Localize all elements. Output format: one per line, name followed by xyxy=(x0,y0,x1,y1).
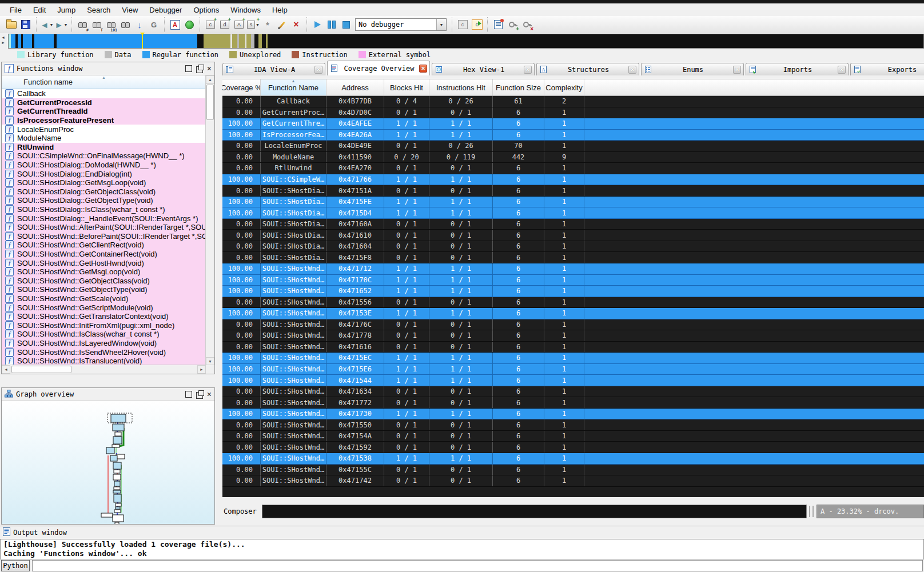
menu-item-debugger[interactable]: Debugger xyxy=(144,5,187,15)
scroll-up-icon[interactable]: ▲ xyxy=(206,75,214,84)
tab-imports[interactable]: Imports✕ xyxy=(746,63,849,75)
coverage-row[interactable]: 0.00SOUI::SHostWnd…0x47154A0 / 10 / 161 xyxy=(222,431,924,442)
tab-close-icon[interactable]: ✕ xyxy=(733,66,741,74)
combo-dropdown-icon[interactable]: ▼ xyxy=(436,19,446,30)
function-list-item[interactable]: fSOUI::SHostWnd::GetObjectClass(void) xyxy=(2,276,206,285)
function-list-item[interactable]: fSOUI::SHostWnd::GetScriptModule(void) xyxy=(2,303,206,312)
coverage-row[interactable]: 0.00SOUI::SHostDia…0x47151A0 / 10 / 161 xyxy=(222,185,924,197)
function-list-item[interactable]: fSOUI::SHostWnd::GetClientRect(void) xyxy=(2,241,206,250)
function-list-item[interactable]: fIsProcessorFeaturePresent xyxy=(2,116,206,125)
function-name-column-header[interactable]: ▲ Function name xyxy=(2,75,206,89)
output-window-titlebar[interactable]: Output window xyxy=(0,526,924,539)
menu-item-jump[interactable]: Jump xyxy=(52,5,81,15)
function-list-item[interactable]: fSOUI::CSimpleWnd::OnFinalMessage(HWND__… xyxy=(2,151,206,161)
search-number-button[interactable]: # xyxy=(76,18,89,31)
close-icon[interactable]: × xyxy=(207,391,212,397)
coverage-row[interactable]: 100.00SOUI::SHostWnd…0x4715381 / 11 / 16… xyxy=(222,453,924,465)
tab-coverage-overview[interactable]: Coverage Overview✕ xyxy=(327,61,430,75)
quick-debug-button[interactable]: c xyxy=(471,18,483,31)
coverage-row[interactable]: 100.00SOUI::SHostWnd…0x4716521 / 11 / 16… xyxy=(222,286,924,297)
function-list-item[interactable]: fGetCurrentThreadId xyxy=(2,107,206,116)
composer-input[interactable] xyxy=(262,505,807,518)
coverage-row[interactable]: 100.00SOUI::SHostWnd…0x47153E1 / 11 / 16… xyxy=(222,308,924,319)
function-list-item[interactable]: fSOUI::SHostWnd::IsSendWheel2Hover(void) xyxy=(2,347,206,357)
column-header-coverage[interactable]: Coverage % xyxy=(222,79,261,95)
graph-overview-titlebar[interactable]: Graph overview × xyxy=(2,388,214,401)
function-list-item[interactable]: fSOUI::SHostWnd::GetTranslatorContext(vo… xyxy=(2,312,206,321)
scrollbar-thumb[interactable] xyxy=(11,366,71,373)
tab-enums[interactable]: Enums✕ xyxy=(641,63,744,75)
save-file-button[interactable] xyxy=(19,18,32,31)
edit-function-button[interactable] xyxy=(276,18,288,31)
function-list-item[interactable]: fSOUI::SHostDialog::GetMsgLoop(void) xyxy=(2,178,206,187)
float-icon[interactable] xyxy=(196,66,203,73)
debug-stop-button[interactable] xyxy=(340,18,352,31)
coverage-row[interactable]: 0.00SOUI::SHostDia…0x4716040 / 10 / 161 xyxy=(222,241,924,253)
menu-item-windows[interactable]: Windows xyxy=(225,5,266,15)
attach-to-process-button[interactable]: c xyxy=(456,18,469,31)
function-list-item[interactable]: fSOUI::SHostWnd::AfterPaint(SOUI::IRende… xyxy=(2,223,206,232)
column-header-function-name[interactable]: Function Name▲ xyxy=(261,79,326,95)
function-list-item[interactable]: fSOUI::SHostWnd::GetHostHwnd(void) xyxy=(2,258,206,267)
function-list-item[interactable]: fSOUI::SHostWnd::GetMsgLoop(void) xyxy=(2,267,206,277)
navigator-band[interactable] xyxy=(8,34,924,49)
coverage-row[interactable]: 0.00SOUI::SHostDia…0x4715F80 / 10 / 161 xyxy=(222,252,924,263)
function-list-item[interactable]: fRtlUnwind xyxy=(2,143,206,152)
column-header-function-size[interactable]: Function Size xyxy=(493,79,544,95)
tab-close-icon[interactable]: ✕ xyxy=(419,65,427,73)
column-header-complexity[interactable]: Complexity xyxy=(544,79,584,95)
coverage-row[interactable]: 0.00SOUI::SHostWnd…0x4717780 / 10 / 161 xyxy=(222,330,924,342)
coverage-row[interactable]: 100.00GetCurrentThre…0x4EAFEE1 / 11 / 16… xyxy=(222,118,924,130)
menu-item-help[interactable]: Help xyxy=(267,5,293,15)
python-cli-button[interactable]: Python xyxy=(1,560,30,571)
coverage-row[interactable]: 100.00SOUI::SHostWnd…0x47170C1 / 11 / 16… xyxy=(222,275,924,286)
splitter-grip[interactable] xyxy=(809,506,810,517)
coverage-row[interactable]: 100.00SOUI::SHostWnd…0x4715441 / 11 / 16… xyxy=(222,375,924,386)
output-log[interactable]: [Lighthouse] Successfully loaded 1 cover… xyxy=(0,539,924,559)
tab-exports[interactable]: Exports✕ xyxy=(850,63,924,75)
menu-item-options[interactable]: Options xyxy=(188,5,224,15)
coverage-row[interactable]: 100.00SOUI::SHostWnd…0x4715EC1 / 11 / 16… xyxy=(222,353,924,364)
set-type-button[interactable]: * xyxy=(261,18,274,31)
function-list-item[interactable]: fModuleName xyxy=(2,134,206,143)
function-list-item[interactable]: fSOUI::SHostWnd::IsLayeredWindow(void) xyxy=(2,339,206,348)
coverage-row[interactable]: 0.00RtlUnwind0x4EA2700 / 10 / 161 xyxy=(222,163,924,174)
function-list-item[interactable]: fSOUI::SHostWnd::GetContainerRect(void) xyxy=(2,250,206,259)
function-list-item[interactable]: fSOUI::SHostDialog::DoModal(HWND__ *) xyxy=(2,161,206,170)
navigate-forward-button[interactable]: ►▼ xyxy=(55,18,67,31)
navigate-back-button[interactable]: ◄▼ xyxy=(41,18,53,31)
open-file-button[interactable] xyxy=(5,18,18,31)
coverage-row[interactable]: 100.00SOUI::SHostWnd…0x4717301 / 11 / 16… xyxy=(222,409,924,420)
functions-horizontal-scrollbar[interactable]: ◄ ► xyxy=(2,365,214,374)
search-binary-button[interactable]: 101 xyxy=(105,18,117,31)
maximize-icon[interactable] xyxy=(185,391,192,398)
coverage-row[interactable]: 0.00SOUI::SHostWnd…0x4716340 / 10 / 161 xyxy=(222,386,924,398)
text-view-button[interactable]: A xyxy=(169,18,181,31)
tab-close-icon[interactable]: ✕ xyxy=(524,66,532,74)
coverage-row[interactable]: 100.00IsProcessorFea…0x4EA26A1 / 11 / 16… xyxy=(222,130,924,141)
function-list-item[interactable]: fSOUI::SHostWnd::GetObjectType(void) xyxy=(2,285,206,294)
scroll-right-icon[interactable]: ► xyxy=(197,365,206,374)
function-list-item[interactable]: fSOUI::SHostDialog::IsClass(wchar_t cons… xyxy=(2,205,206,214)
coverage-row[interactable]: 0.00SOUI::SHostDia…0x4716100 / 10 / 161 xyxy=(222,230,924,241)
navigator-arrows-icon[interactable]: ◄► xyxy=(1,35,5,45)
coverage-row[interactable]: 0.00SOUI::SHostWnd…0x4715500 / 10 / 161 xyxy=(222,419,924,431)
search-text-button[interactable]: T xyxy=(90,18,103,31)
coverage-row[interactable]: 0.00SOUI::SHostWnd…0x47155C0 / 10 / 161 xyxy=(222,465,924,476)
menu-item-file[interactable]: File xyxy=(5,5,27,15)
make-code-button[interactable]: c+ xyxy=(204,18,217,31)
coverage-row[interactable]: 100.00SOUI::SHostDia…0x4715FE1 / 11 / 16… xyxy=(222,197,924,208)
function-list-item[interactable]: fSOUI::SHostDialog::GetObjectClass(void) xyxy=(2,187,206,197)
coverage-row[interactable]: 0.00LocaleEnumProc0x4DE49E0 / 10 / 26701 xyxy=(222,141,924,152)
tab-structures[interactable]: AStructures✕ xyxy=(536,63,639,75)
menu-item-search[interactable]: Search xyxy=(82,5,115,15)
coverage-row[interactable]: 100.00SOUI::SHostWnd…0x4715E61 / 11 / 16… xyxy=(222,364,924,375)
close-icon[interactable]: × xyxy=(207,66,212,71)
coverage-row[interactable]: 100.00SOUI::SHostWnd…0x4717121 / 11 / 16… xyxy=(222,263,924,275)
scrollbar-thumb[interactable] xyxy=(206,85,214,120)
coverage-row[interactable]: 0.00Callback0x4B77DB0 / 40 / 26612 xyxy=(222,96,924,107)
menu-item-edit[interactable]: Edit xyxy=(28,5,51,15)
coverage-row[interactable]: 0.00SOUI::SHostDia…0x47160A0 / 10 / 161 xyxy=(222,219,924,230)
functions-window-titlebar[interactable]: f Functions window × xyxy=(2,62,214,75)
menu-item-view[interactable]: View xyxy=(117,5,143,15)
